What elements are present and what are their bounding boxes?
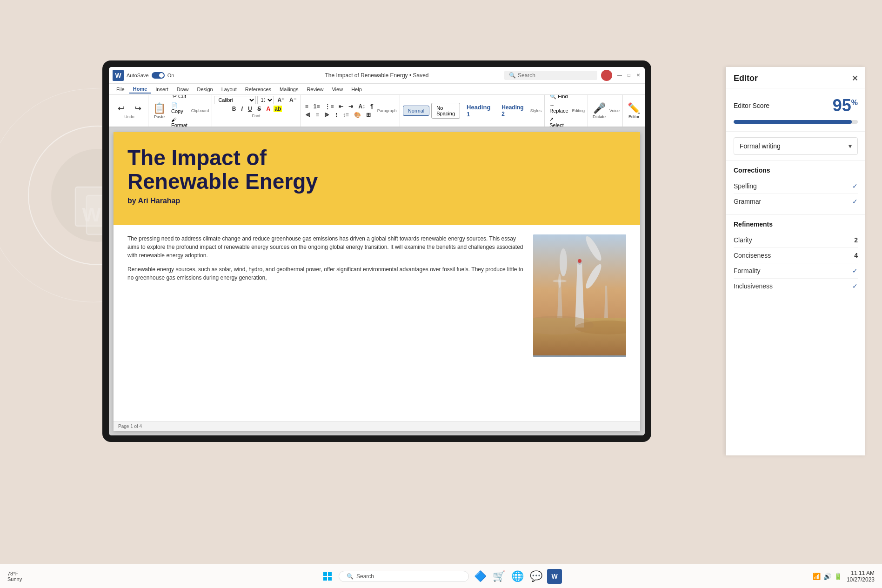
italic-button[interactable]: I [240, 105, 245, 113]
document-title-line1: The Impact of [127, 146, 626, 170]
decrease-indent-button[interactable]: ⇤ [337, 103, 345, 110]
dictate-button[interactable]: 🎤 Dictate [591, 101, 608, 120]
bullets-button[interactable]: ≡ [303, 103, 310, 110]
line-spacing-button[interactable]: ↕≡ [341, 111, 351, 119]
font-grow-button[interactable]: A⁺ [275, 96, 286, 104]
font-color-button[interactable]: A [265, 105, 273, 113]
inclusiveness-item[interactable]: Inclusiveness ✓ [734, 279, 858, 294]
justify-button[interactable]: ⫶ [333, 111, 340, 119]
start-button[interactable] [320, 569, 335, 584]
editing-group-label: Editing [572, 108, 585, 113]
borders-button[interactable]: ⊞ [364, 111, 373, 119]
formality-check-icon: ✓ [852, 267, 858, 274]
menu-design[interactable]: Design [193, 86, 216, 93]
bold-button[interactable]: B [230, 105, 238, 113]
increase-indent-button[interactable]: ⇥ [347, 103, 355, 110]
menu-file[interactable]: File [113, 86, 128, 93]
spelling-item[interactable]: Spelling ✓ [734, 179, 858, 194]
minimize-button[interactable]: — [617, 73, 622, 78]
paragraph-2: Renewable energy sources, such as solar,… [127, 265, 524, 282]
align-center-button[interactable]: ≡ [314, 111, 321, 119]
title-search-bar[interactable]: 🔍 Search [504, 71, 597, 80]
show-marks-button[interactable]: ¶ [368, 103, 375, 110]
menu-review[interactable]: Review [303, 86, 327, 93]
weather-temp: 78°F [7, 571, 22, 576]
taskbar-store-button[interactable]: 🛒 [491, 569, 506, 584]
font-size-select[interactable]: 11 [257, 96, 274, 104]
menu-home[interactable]: Home [129, 85, 151, 94]
document-author: by Ari Harahap [127, 197, 626, 205]
taskbar-teams-button[interactable]: 💬 [528, 569, 543, 584]
document-body: The pressing need to address climate cha… [114, 225, 640, 367]
grammar-item[interactable]: Grammar ✓ [734, 194, 858, 209]
menu-references[interactable]: References [241, 86, 275, 93]
editor-button[interactable]: ✏️ Editor [626, 101, 642, 120]
voice-group-label: Voice [609, 108, 620, 113]
shading-button[interactable]: 🎨 [352, 111, 363, 119]
weather-widget[interactable]: 78°F Sunny [7, 571, 22, 582]
highlight-button[interactable]: ab [274, 106, 282, 112]
score-label: Editor Score [734, 102, 769, 109]
menu-draw[interactable]: Draw [173, 86, 193, 93]
paragraph-group-label: Paragraph [377, 108, 397, 113]
document-title-line2: Renewable Energy [127, 170, 626, 194]
laptop-frame: W AutoSave On The Impact of Renewable En… [102, 60, 651, 442]
taskbar-search-icon: 🔍 [347, 573, 354, 580]
style-nospacing-button[interactable]: No Spacing [431, 103, 460, 119]
menu-insert[interactable]: Insert [152, 86, 172, 93]
taskbar-search-bar[interactable]: 🔍 Search [339, 571, 469, 582]
style-normal-button[interactable]: Normal [403, 106, 429, 116]
font-group: Calibri 11 A⁺ A⁻ B I U S̶ A a [212, 95, 300, 127]
formality-item[interactable]: Formality ✓ [734, 263, 858, 279]
close-button[interactable]: ✕ [635, 73, 641, 78]
sort-button[interactable]: A↕ [356, 103, 367, 110]
format-painter-button[interactable]: 🖌 Format [169, 116, 189, 127]
undo-button[interactable]: ↩ [114, 102, 128, 114]
cut-button[interactable]: ✂ Cut [169, 95, 189, 100]
taskbar-edge-button[interactable]: 🌐 [510, 569, 525, 584]
volume-icon[interactable]: 🔊 [823, 573, 831, 580]
score-row: Editor Score 95% [734, 96, 858, 115]
copy-button[interactable]: 📄 Copy [169, 101, 189, 115]
clarity-item[interactable]: Clarity 2 [734, 233, 858, 248]
numbering-button[interactable]: 1≡ [312, 103, 322, 110]
user-avatar[interactable] [601, 70, 612, 81]
align-right-button[interactable]: ⫸ [322, 111, 332, 119]
conciseness-item[interactable]: Conciseness 4 [734, 248, 858, 263]
network-icon[interactable]: 📶 [813, 573, 821, 580]
style-heading2-button[interactable]: Heading 2 [497, 102, 528, 119]
writing-style-dropdown[interactable]: Formal writing ▾ [734, 137, 858, 155]
search-icon-title: 🔍 [509, 72, 516, 79]
word-logo-letter: W [115, 72, 121, 79]
taskbar-copilot-button[interactable]: 🔷 [473, 569, 488, 584]
menu-mailings[interactable]: Mailings [276, 86, 302, 93]
replace-button[interactable]: ↔ Replace [548, 101, 570, 114]
maximize-button[interactable]: □ [626, 73, 632, 78]
menu-view[interactable]: View [328, 86, 347, 93]
font-shrink-button[interactable]: A⁻ [287, 96, 298, 104]
editor-panel: Editor ✕ Editor Score 95% Formal writing… [726, 67, 865, 455]
find-button[interactable]: 🔍 Find [548, 95, 570, 100]
menu-help[interactable]: Help [347, 86, 366, 93]
underline-button[interactable]: U [246, 105, 254, 113]
undo-group: ↩ ↪ Undo [111, 95, 148, 127]
refinements-section: Refinements Clarity 2 Conciseness 4 Form… [726, 215, 865, 455]
align-left-button[interactable]: ⫷ [303, 111, 313, 119]
redo-button[interactable]: ↪ [130, 102, 145, 114]
document-area: The Impact of Renewable Energy by Ari Ha… [109, 127, 645, 435]
taskbar-word-button[interactable]: W [547, 569, 562, 584]
multilevel-button[interactable]: ⋮≡ [323, 103, 335, 110]
system-tray-icons: 📶 🔊 🔋 [813, 573, 842, 580]
editor-close-button[interactable]: ✕ [852, 74, 858, 83]
styles-group: Normal No Spacing Heading 1 Heading 2 St… [400, 95, 545, 127]
taskbar-center: 🔍 Search 🔷 🛒 🌐 💬 W [320, 569, 562, 584]
autosave-toggle[interactable] [152, 72, 165, 79]
strikethrough-button[interactable]: S̶ [255, 105, 263, 113]
battery-icon[interactable]: 🔋 [834, 573, 842, 580]
font-name-select[interactable]: Calibri [214, 96, 256, 104]
menu-layout[interactable]: Layout [218, 86, 241, 93]
taskbar: 78°F Sunny 🔍 Search 🔷 🛒 🌐 💬 W 📶 [0, 564, 882, 588]
paste-button[interactable]: 📋 Paste [151, 101, 167, 120]
select-button[interactable]: ↗ Select [548, 115, 570, 127]
style-heading1-button[interactable]: Heading 1 [462, 102, 495, 120]
